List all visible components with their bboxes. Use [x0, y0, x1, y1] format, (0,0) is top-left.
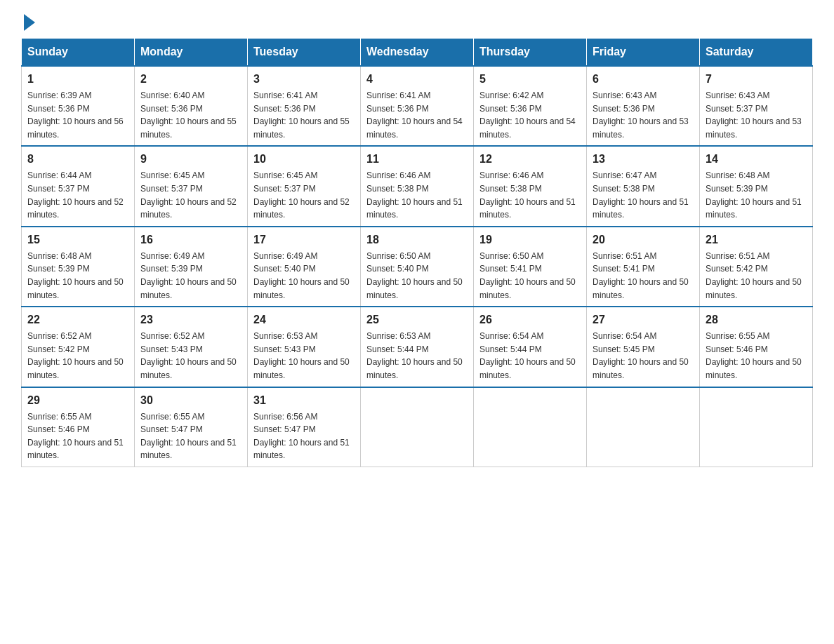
calendar-cell: 29Sunrise: 6:55 AMSunset: 5:46 PMDayligh… — [22, 387, 135, 467]
day-number: 8 — [27, 151, 128, 168]
day-info: Sunrise: 6:55 AMSunset: 5:46 PMDaylight:… — [27, 410, 128, 462]
day-number: 13 — [593, 151, 694, 168]
calendar-header-friday: Friday — [587, 39, 700, 67]
day-info: Sunrise: 6:42 AMSunset: 5:36 PMDaylight:… — [479, 89, 581, 141]
day-number: 18 — [366, 232, 468, 248]
calendar-cell: 28Sunrise: 6:55 AMSunset: 5:46 PMDayligh… — [700, 307, 813, 387]
day-number: 11 — [366, 151, 468, 168]
day-info: Sunrise: 6:51 AMSunset: 5:41 PMDaylight:… — [593, 250, 694, 302]
day-number: 17 — [253, 232, 355, 248]
calendar-cell: 30Sunrise: 6:55 AMSunset: 5:47 PMDayligh… — [135, 387, 248, 467]
day-number: 10 — [253, 151, 355, 168]
day-number: 30 — [140, 392, 241, 409]
calendar-week-row: 1Sunrise: 6:39 AMSunset: 5:36 PMDaylight… — [22, 66, 813, 146]
day-number: 19 — [479, 232, 581, 248]
day-info: Sunrise: 6:43 AMSunset: 5:36 PMDaylight:… — [593, 89, 694, 141]
day-number: 21 — [706, 232, 807, 248]
calendar-cell: 8Sunrise: 6:44 AMSunset: 5:37 PMDaylight… — [22, 146, 135, 226]
calendar-header-wednesday: Wednesday — [361, 39, 474, 67]
calendar-cell: 9Sunrise: 6:45 AMSunset: 5:37 PMDaylight… — [135, 146, 248, 226]
day-info: Sunrise: 6:39 AMSunset: 5:36 PMDaylight:… — [27, 89, 128, 141]
day-number: 14 — [706, 151, 807, 168]
calendar-cell: 5Sunrise: 6:42 AMSunset: 5:36 PMDaylight… — [474, 66, 587, 146]
day-number: 29 — [27, 392, 128, 409]
day-number: 26 — [479, 311, 581, 328]
calendar-cell — [587, 387, 700, 467]
day-info: Sunrise: 6:40 AMSunset: 5:36 PMDaylight:… — [140, 89, 241, 141]
day-number: 27 — [593, 311, 694, 328]
calendar-cell: 19Sunrise: 6:50 AMSunset: 5:41 PMDayligh… — [474, 227, 587, 307]
day-info: Sunrise: 6:49 AMSunset: 5:40 PMDaylight:… — [253, 250, 355, 302]
logo — [21, 14, 35, 31]
day-number: 1 — [27, 71, 128, 88]
calendar-week-row: 8Sunrise: 6:44 AMSunset: 5:37 PMDaylight… — [22, 146, 813, 226]
calendar-cell — [361, 387, 474, 467]
day-info: Sunrise: 6:45 AMSunset: 5:37 PMDaylight:… — [140, 169, 241, 221]
day-info: Sunrise: 6:44 AMSunset: 5:37 PMDaylight:… — [27, 169, 128, 221]
day-number: 25 — [366, 311, 468, 328]
day-info: Sunrise: 6:48 AMSunset: 5:39 PMDaylight:… — [706, 169, 807, 221]
day-info: Sunrise: 6:50 AMSunset: 5:41 PMDaylight:… — [479, 250, 581, 302]
calendar-cell: 16Sunrise: 6:49 AMSunset: 5:39 PMDayligh… — [135, 227, 248, 307]
day-number: 7 — [706, 71, 807, 88]
calendar-cell: 14Sunrise: 6:48 AMSunset: 5:39 PMDayligh… — [700, 146, 813, 226]
day-info: Sunrise: 6:54 AMSunset: 5:44 PMDaylight:… — [479, 330, 581, 382]
day-number: 23 — [140, 311, 241, 328]
day-info: Sunrise: 6:55 AMSunset: 5:47 PMDaylight:… — [140, 410, 241, 462]
day-info: Sunrise: 6:55 AMSunset: 5:46 PMDaylight:… — [706, 330, 807, 382]
calendar-cell — [474, 387, 587, 467]
day-info: Sunrise: 6:53 AMSunset: 5:43 PMDaylight:… — [253, 330, 355, 382]
calendar-header-monday: Monday — [135, 39, 248, 67]
calendar-cell: 13Sunrise: 6:47 AMSunset: 5:38 PMDayligh… — [587, 146, 700, 226]
day-number: 6 — [593, 71, 694, 88]
calendar-table: SundayMondayTuesdayWednesdayThursdayFrid… — [21, 38, 813, 467]
calendar-cell — [700, 387, 813, 467]
day-number: 3 — [253, 71, 355, 88]
logo-arrow-icon — [24, 14, 35, 31]
calendar-cell: 2Sunrise: 6:40 AMSunset: 5:36 PMDaylight… — [135, 66, 248, 146]
day-number: 31 — [253, 392, 355, 409]
day-info: Sunrise: 6:56 AMSunset: 5:47 PMDaylight:… — [253, 410, 355, 462]
calendar-cell: 1Sunrise: 6:39 AMSunset: 5:36 PMDaylight… — [22, 66, 135, 146]
calendar-header-sunday: Sunday — [22, 39, 135, 67]
calendar-cell: 6Sunrise: 6:43 AMSunset: 5:36 PMDaylight… — [587, 66, 700, 146]
calendar-cell: 24Sunrise: 6:53 AMSunset: 5:43 PMDayligh… — [248, 307, 361, 387]
day-number: 5 — [479, 71, 581, 88]
day-info: Sunrise: 6:50 AMSunset: 5:40 PMDaylight:… — [366, 250, 468, 302]
day-info: Sunrise: 6:46 AMSunset: 5:38 PMDaylight:… — [366, 169, 468, 221]
day-info: Sunrise: 6:41 AMSunset: 5:36 PMDaylight:… — [366, 89, 468, 141]
day-info: Sunrise: 6:48 AMSunset: 5:39 PMDaylight:… — [27, 250, 128, 302]
calendar-cell: 22Sunrise: 6:52 AMSunset: 5:42 PMDayligh… — [22, 307, 135, 387]
day-number: 9 — [140, 151, 241, 168]
calendar-cell: 17Sunrise: 6:49 AMSunset: 5:40 PMDayligh… — [248, 227, 361, 307]
day-number: 20 — [593, 232, 694, 248]
calendar-header-thursday: Thursday — [474, 39, 587, 67]
day-number: 22 — [27, 311, 128, 328]
calendar-cell: 15Sunrise: 6:48 AMSunset: 5:39 PMDayligh… — [22, 227, 135, 307]
day-number: 12 — [479, 151, 581, 168]
day-number: 16 — [140, 232, 241, 248]
day-info: Sunrise: 6:46 AMSunset: 5:38 PMDaylight:… — [479, 169, 581, 221]
calendar-week-row: 29Sunrise: 6:55 AMSunset: 5:46 PMDayligh… — [22, 387, 813, 467]
day-info: Sunrise: 6:51 AMSunset: 5:42 PMDaylight:… — [706, 250, 807, 302]
calendar-cell: 3Sunrise: 6:41 AMSunset: 5:36 PMDaylight… — [248, 66, 361, 146]
calendar-cell: 12Sunrise: 6:46 AMSunset: 5:38 PMDayligh… — [474, 146, 587, 226]
calendar-header-saturday: Saturday — [700, 39, 813, 67]
calendar-week-row: 15Sunrise: 6:48 AMSunset: 5:39 PMDayligh… — [22, 227, 813, 307]
day-number: 2 — [140, 71, 241, 88]
calendar-cell: 11Sunrise: 6:46 AMSunset: 5:38 PMDayligh… — [361, 146, 474, 226]
calendar-cell: 23Sunrise: 6:52 AMSunset: 5:43 PMDayligh… — [135, 307, 248, 387]
day-info: Sunrise: 6:52 AMSunset: 5:43 PMDaylight:… — [140, 330, 241, 382]
day-number: 4 — [366, 71, 468, 88]
calendar-cell: 10Sunrise: 6:45 AMSunset: 5:37 PMDayligh… — [248, 146, 361, 226]
calendar-header-row: SundayMondayTuesdayWednesdayThursdayFrid… — [22, 39, 813, 67]
day-info: Sunrise: 6:45 AMSunset: 5:37 PMDaylight:… — [253, 169, 355, 221]
day-info: Sunrise: 6:47 AMSunset: 5:38 PMDaylight:… — [593, 169, 694, 221]
day-info: Sunrise: 6:49 AMSunset: 5:39 PMDaylight:… — [140, 250, 241, 302]
calendar-cell: 26Sunrise: 6:54 AMSunset: 5:44 PMDayligh… — [474, 307, 587, 387]
calendar-cell: 20Sunrise: 6:51 AMSunset: 5:41 PMDayligh… — [587, 227, 700, 307]
page-header — [21, 14, 813, 31]
calendar-week-row: 22Sunrise: 6:52 AMSunset: 5:42 PMDayligh… — [22, 307, 813, 387]
calendar-header-tuesday: Tuesday — [248, 39, 361, 67]
calendar-cell: 7Sunrise: 6:43 AMSunset: 5:37 PMDaylight… — [700, 66, 813, 146]
